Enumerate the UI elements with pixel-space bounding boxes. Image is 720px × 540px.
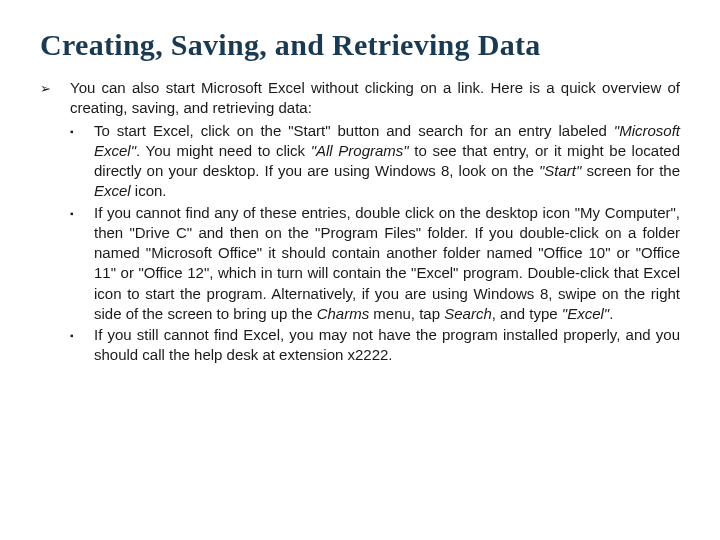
bullet-text: If you cannot find any of these entries,… <box>94 203 680 325</box>
bullet-text: To start Excel, click on the "Start" but… <box>94 121 680 202</box>
bullet-text: If you still cannot find Excel, you may … <box>94 325 680 366</box>
page-title: Creating, Saving, and Retrieving Data <box>40 28 680 62</box>
list-item: ➢ You can also start Microsoft Excel wit… <box>40 78 680 119</box>
text-run: icon. <box>131 182 167 199</box>
square-bullet-icon: ▪ <box>70 203 94 325</box>
square-bullet-icon: ▪ <box>70 121 94 202</box>
text-run-italic: "Start" <box>539 162 581 179</box>
text-run: To start Excel, click on the "Start" but… <box>94 122 614 139</box>
text-run-italic: Charms <box>317 305 370 322</box>
text-run: screen for the <box>581 162 680 179</box>
list-item: ▪ If you still cannot find Excel, you ma… <box>70 325 680 366</box>
text-run: menu, tap <box>369 305 444 322</box>
list-item: ▪ To start Excel, click on the "Start" b… <box>70 121 680 202</box>
text-run: , and type <box>492 305 562 322</box>
text-run: . You might need to click <box>136 142 311 159</box>
text-run-italic: "Excel" <box>562 305 609 322</box>
text-run: . <box>609 305 613 322</box>
square-bullet-icon: ▪ <box>70 325 94 366</box>
text-run-italic: "All Programs" <box>311 142 409 159</box>
text-run-italic: Excel <box>94 182 131 199</box>
slide-container: Creating, Saving, and Retrieving Data ➢ … <box>0 0 720 540</box>
content-body: ➢ You can also start Microsoft Excel wit… <box>40 78 680 366</box>
text-run-italic: Search <box>444 305 492 322</box>
intro-text: You can also start Microsoft Excel witho… <box>70 78 680 119</box>
arrow-bullet-icon: ➢ <box>40 78 70 119</box>
list-item: ▪ If you cannot find any of these entrie… <box>70 203 680 325</box>
